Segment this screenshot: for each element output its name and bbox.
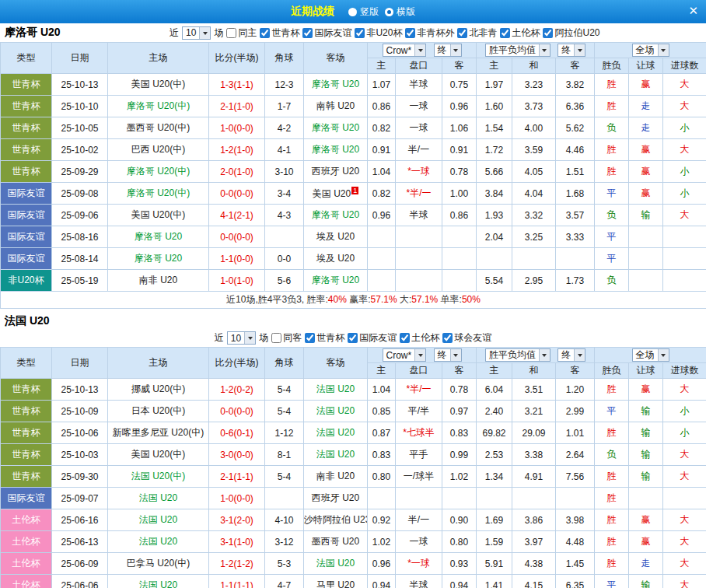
league-type-cell: 非U20杯 (1, 270, 52, 292)
filter-option[interactable]: 国际友谊 (302, 26, 351, 40)
chevron-down-icon (658, 44, 669, 56)
odds-line-cell: 平手 (396, 444, 442, 466)
avg-home-cell: 1.41 (477, 575, 512, 588)
window-titlebar: 近期战绩 竖版 横版 ✕ (0, 0, 706, 23)
filter-checkbox[interactable] (355, 28, 365, 38)
col-header-score: 比分(半场) (209, 43, 265, 74)
league-type-cell: 世青杯 (1, 139, 52, 161)
odds-line-cell: 半/一 (396, 139, 442, 161)
summary-segment: 40% (328, 294, 347, 305)
odds-line-cell: 一球 (396, 117, 442, 139)
filter-option[interactable]: 非青杯外 (405, 26, 454, 40)
chevron-down-icon (414, 349, 425, 361)
avg-away-cell: 4.46 (556, 139, 595, 161)
filter-checkbox[interactable] (457, 28, 467, 38)
layout-vertical-option[interactable]: 竖版 (348, 5, 379, 19)
filter-option[interactable]: 同主 (226, 26, 257, 40)
fulltime-select[interactable]: 全场 (632, 348, 669, 362)
fulltime-select[interactable]: 全场 (632, 44, 669, 57)
layout-horizontal-option[interactable]: 横版 (385, 5, 415, 19)
avg-home-cell (477, 488, 512, 509)
odds-final-value: 终 (435, 44, 450, 57)
odds-line-cell: 一球 (396, 531, 442, 553)
odds-final-select[interactable]: 终 (434, 44, 462, 57)
col-header-odds-home: 主 (368, 363, 396, 379)
score-cell: 1-1(1-1) (209, 575, 265, 588)
odds-final-select[interactable]: 终 (434, 348, 462, 362)
filter-checkbox[interactable] (400, 333, 410, 343)
home-team-cell: 摩洛哥 U20(中) (108, 96, 209, 117)
close-icon[interactable]: ✕ (688, 4, 698, 18)
filter-option[interactable]: 阿拉伯U20 (543, 26, 599, 40)
filter-option[interactable]: 世青杯 (305, 331, 344, 345)
filter-checkbox[interactable] (305, 333, 315, 343)
table-row: 世青杯25-10-13美国 U20(中)1-3(1-1)12-3摩洛哥 U201… (1, 74, 706, 96)
table-row: 世青杯25-10-02巴西 U20(中)1-2(1-0)4-1摩洛哥 U200.… (1, 139, 706, 161)
filter-checkbox[interactable] (405, 28, 415, 38)
filter-checkbox[interactable] (543, 28, 553, 38)
odds-away-cell: 0.96 (442, 96, 477, 117)
away-team-cell: 马里 U20 (304, 575, 368, 588)
odds-home-cell: 0.87 (368, 422, 396, 444)
filter-option[interactable]: 土伦杯 (400, 331, 439, 345)
match-date-cell: 25-08-16 (52, 226, 108, 248)
filter-option[interactable]: 土伦杯 (500, 26, 540, 40)
away-team-name: 法国 U20 (316, 405, 355, 416)
avg-away-cell: 5.62 (556, 117, 595, 139)
result-cell: 胜 (595, 139, 629, 161)
col-header-away: 客场 (304, 43, 368, 74)
result-cell: 胜 (595, 96, 629, 117)
table-header-row-1: 类型 日期 主场 比分(半场) 角球 客场 Crow* 终 胜平负均值 终 (1, 348, 706, 363)
home-team-cell: 日本 U20(中) (108, 401, 209, 422)
filter-checkbox[interactable] (260, 28, 270, 38)
avg-home-cell: 1.34 (477, 466, 512, 488)
avg-final-select[interactable]: 终 (557, 44, 585, 57)
avg-final-select[interactable]: 终 (557, 348, 585, 362)
corners-cell: 8-1 (265, 444, 304, 466)
table-row: 世青杯25-10-13挪威 U20(中)1-2(0-2)5-4法国 U201.0… (1, 379, 706, 401)
filter-option[interactable]: 同客 (271, 331, 302, 345)
avg-home-cell: 5.91 (477, 553, 512, 575)
col-header-date: 日期 (52, 43, 108, 74)
corners-cell: 4-7 (265, 575, 304, 588)
filter-checkbox[interactable] (226, 28, 236, 38)
corners-cell: 4-10 (265, 509, 304, 531)
filter-checkbox[interactable] (348, 333, 358, 343)
filter-option[interactable]: 世青杯 (260, 26, 299, 40)
odds-home-cell (368, 248, 396, 270)
avg-away-cell: 1.20 (556, 379, 595, 401)
result-cell: 负 (595, 444, 629, 466)
away-team-cell: 摩洛哥 U20 (304, 74, 368, 96)
filter-option-label: 阿拉伯U20 (554, 26, 599, 40)
filter-option[interactable]: 国际友谊 (348, 331, 397, 345)
avg-away-cell (556, 248, 595, 270)
result-cell: 平 (595, 183, 629, 205)
match-count-select[interactable]: 10 (182, 26, 211, 40)
odds-company-select[interactable]: Crow* (383, 44, 427, 57)
odds-home-cell: 0.80 (368, 466, 396, 488)
filter-option[interactable]: 球会友谊 (442, 331, 491, 345)
match-count-select[interactable]: 10 (227, 331, 256, 345)
filter-option[interactable]: 非U20杯 (355, 26, 402, 40)
home-team-cell: 巴西 U20(中) (108, 139, 209, 161)
filter-option[interactable]: 北非青 (457, 26, 497, 40)
filter-games-label: 场 (214, 26, 223, 40)
avg-select[interactable]: 胜平负均值 (485, 44, 550, 57)
fulltime-value: 全场 (633, 348, 658, 362)
score-cell: 3-0(0-0) (209, 444, 265, 466)
goals-cell (663, 488, 706, 509)
odds-line-cell: 平/半 (396, 401, 442, 422)
odds-group-header: Crow* 终 (368, 348, 477, 363)
filter-checkbox[interactable] (302, 28, 313, 38)
filter-checkbox[interactable] (500, 28, 510, 38)
table-row: 非U20杯25-05-19南非 U201-0(1-0)5-6摩洛哥 U205.5… (1, 270, 706, 292)
table-row: 国际友谊25-09-07法国 U201-0(0-0)西班牙 U20胜 (1, 488, 706, 509)
handicap-result-cell: 走 (629, 96, 663, 117)
avg-away-cell: 2.99 (556, 401, 595, 422)
odds-company-select[interactable]: Crow* (383, 348, 427, 362)
avg-select[interactable]: 胜平负均值 (485, 348, 550, 362)
filter-checkbox[interactable] (442, 333, 453, 343)
col-header-odds-line: 盘口 (396, 363, 442, 379)
col-header-avg-away: 客 (556, 58, 595, 74)
filter-checkbox[interactable] (271, 333, 281, 343)
